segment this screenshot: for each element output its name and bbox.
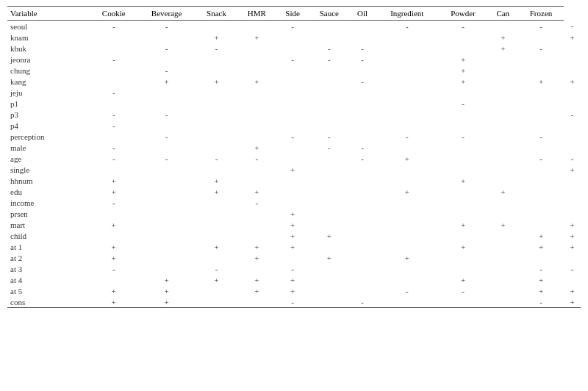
cell-value [518, 65, 564, 76]
cell-value [309, 208, 349, 219]
cell-value: + [276, 230, 309, 241]
cell-value: - [518, 153, 564, 164]
table-row: cons++---+ [7, 296, 581, 308]
cell-value [376, 32, 439, 43]
cell-value: + [196, 186, 237, 197]
cell-value [137, 186, 196, 197]
cell-value [237, 98, 276, 109]
cell-value [237, 230, 276, 241]
cell-value: - [349, 142, 376, 153]
cell-value [488, 54, 518, 65]
cell-value: + [439, 219, 488, 230]
cell-value [137, 54, 196, 65]
cell-value [518, 197, 564, 208]
cell-value: + [439, 65, 488, 76]
cell-value [488, 296, 518, 308]
cell-value [518, 186, 564, 197]
column-header-can: Can [488, 7, 518, 21]
cell-value [518, 142, 564, 153]
cell-value [376, 164, 439, 175]
cell-value [237, 296, 276, 308]
cell-value: - [137, 43, 196, 54]
cell-value [309, 21, 349, 32]
table-row: p4- [7, 120, 581, 131]
cell-value [237, 175, 276, 186]
cell-value: + [309, 230, 349, 241]
cell-value: + [196, 175, 237, 186]
data-table: VariableCookieBeverageSnackHMRSideSauceO… [7, 6, 581, 308]
table-row: age-----+-- [7, 153, 581, 164]
cell-value: + [564, 296, 581, 308]
cell-value [196, 285, 237, 296]
table-row: child++++ [7, 230, 581, 241]
cell-value [237, 120, 276, 131]
cell-value [564, 252, 581, 263]
row-label: at 5 [7, 285, 90, 296]
cell-value: + [276, 208, 309, 219]
cell-value: + [90, 252, 137, 263]
column-header-cookie: Cookie [90, 7, 137, 21]
cell-value [564, 54, 581, 65]
cell-value [488, 208, 518, 219]
cell-value: + [276, 285, 309, 296]
row-label: kang [7, 76, 90, 87]
cell-value [196, 87, 237, 98]
cell-value: - [349, 54, 376, 65]
cell-value [237, 164, 276, 175]
table-row: single++ [7, 164, 581, 175]
cell-value [276, 65, 309, 76]
cell-value [488, 87, 518, 98]
cell-value [488, 241, 518, 252]
cell-value [309, 164, 349, 175]
cell-value [376, 43, 439, 54]
cell-value [309, 263, 349, 274]
cell-value [276, 98, 309, 109]
cell-value: + [90, 175, 137, 186]
table-row: male-+-- [7, 142, 581, 153]
cell-value: + [137, 274, 196, 285]
cell-value [309, 65, 349, 76]
cell-value: - [196, 263, 237, 274]
table-row: at 4++++++ [7, 274, 581, 285]
cell-value [564, 274, 581, 285]
cell-value: + [518, 274, 564, 285]
cell-value [564, 43, 581, 54]
cell-value: - [309, 142, 349, 153]
cell-value: + [439, 241, 488, 252]
cell-value [137, 197, 196, 208]
cell-value [518, 164, 564, 175]
cell-value: + [90, 296, 137, 308]
cell-value [349, 65, 376, 76]
cell-value [309, 109, 349, 120]
cell-value [518, 208, 564, 219]
cell-value: + [518, 230, 564, 241]
cell-value: - [564, 263, 581, 274]
cell-value [439, 120, 488, 131]
cell-value [349, 274, 376, 285]
cell-value [276, 76, 309, 87]
cell-value [137, 98, 196, 109]
cell-value [564, 208, 581, 219]
cell-value [439, 153, 488, 164]
row-label: seoul [7, 21, 90, 32]
column-header-snack: Snack [196, 7, 237, 21]
cell-value [90, 164, 137, 175]
cell-value [349, 197, 376, 208]
table-row: prsen+ [7, 208, 581, 219]
cell-value [349, 98, 376, 109]
table-row: mart+++++ [7, 219, 581, 230]
cell-value [439, 43, 488, 54]
cell-value [90, 131, 137, 142]
cell-value: + [237, 241, 276, 252]
cell-value [237, 208, 276, 219]
row-label: perception [7, 131, 90, 142]
cell-value [488, 153, 518, 164]
cell-value [237, 21, 276, 32]
cell-value: + [237, 76, 276, 87]
cell-value: - [90, 142, 137, 153]
cell-value [518, 87, 564, 98]
cell-value [196, 252, 237, 263]
cell-value [349, 175, 376, 186]
cell-value: + [518, 241, 564, 252]
cell-value [309, 274, 349, 285]
